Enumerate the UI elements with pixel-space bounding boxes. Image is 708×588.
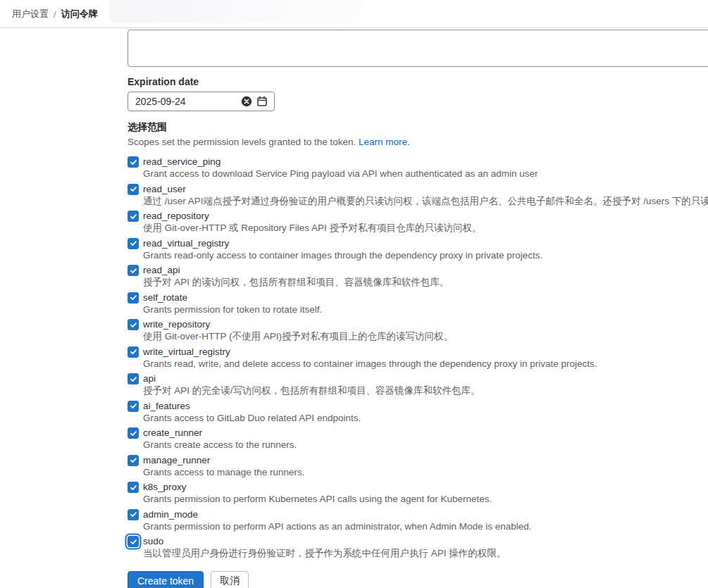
scope-name-label[interactable]: manage_runner: [143, 454, 305, 466]
scope-description: Grants permission for token to rotate it…: [143, 304, 322, 315]
scope-list: read_service_ping Grant access to downlo…: [128, 156, 708, 559]
scope-item-read_user: read_user 通过 /user API端点授予对通过身份验证的用户概要的只…: [128, 183, 708, 207]
scope-name-label[interactable]: write_repository: [143, 318, 453, 330]
scope-checkbox-read_api[interactable]: [128, 265, 139, 276]
scope-name-label[interactable]: read_repository: [143, 210, 482, 222]
scope-description: 授予对 API 的完全读/写访问权，包括所有群组和项目、容器镜像库和软件包库。: [143, 385, 480, 396]
expiration-date-label: Expiration date: [128, 76, 708, 87]
scope-item-k8s_proxy: k8s_proxy Grants permission to perform K…: [128, 481, 708, 505]
scopes-description: Scopes set the permission levels granted…: [128, 137, 708, 148]
scope-name-label[interactable]: sudo: [143, 535, 506, 547]
scope-item-read_service_ping: read_service_ping Grant access to downlo…: [128, 156, 708, 180]
scope-checkbox-create_runner[interactable]: [128, 427, 139, 439]
scope-description: Grants read-only access to container ima…: [143, 250, 542, 261]
scope-description: Grants read, write, and delete access to…: [143, 358, 597, 370]
scope-checkbox-read_user[interactable]: [128, 184, 139, 195]
expiration-date-value: 2025-09-24: [135, 96, 240, 107]
scope-description: Grants permission to perform Kubernetes …: [143, 494, 492, 505]
scope-item-read_repository: read_repository 使用 Git-over-HTTP 或 Repos…: [128, 210, 708, 234]
breadcrumb-current-access-tokens: 访问令牌: [61, 8, 98, 20]
scope-text: create_runner Grants create access to th…: [143, 427, 297, 451]
scope-description: Grant access to download Service Ping pa…: [143, 168, 538, 180]
scope-name-label[interactable]: read_user: [143, 183, 708, 195]
access-token-page: 用户设置 / 访问令牌 Expiration date 2025-09-24: [0, 0, 708, 588]
scope-checkbox-read_repository[interactable]: [128, 211, 139, 222]
scope-text: read_repository 使用 Git-over-HTTP 或 Repos…: [143, 210, 482, 234]
scope-text: read_virtual_registry Grants read-only a…: [143, 237, 542, 261]
scope-item-create_runner: create_runner Grants create access to th…: [128, 427, 708, 451]
scope-description: 使用 Git-over-HTTP 或 Repository Files API …: [143, 223, 482, 234]
scope-item-write_virtual_registry: write_virtual_registry Grants read, writ…: [128, 346, 708, 370]
scope-name-label[interactable]: admin_mode: [143, 508, 532, 520]
scope-description: Grants access to manage the runners.: [143, 467, 305, 478]
scope-name-label[interactable]: write_virtual_registry: [143, 346, 597, 358]
scope-checkbox-ai_features[interactable]: [128, 401, 139, 412]
scope-item-write_repository: write_repository 使用 Git-over-HTTP (不使用 A…: [128, 318, 708, 342]
clear-date-icon[interactable]: [240, 95, 253, 108]
scope-checkbox-write_virtual_registry[interactable]: [128, 346, 139, 358]
breadcrumb: 用户设置 / 访问令牌: [12, 0, 98, 28]
scope-description: 当以管理员用户身份进行身份验证时，授予作为系统中任何用户执行 API 操作的权限…: [143, 548, 506, 559]
create-token-button[interactable]: Create token: [128, 571, 204, 588]
scope-name-label[interactable]: k8s_proxy: [143, 481, 492, 493]
scope-checkbox-api[interactable]: [128, 373, 139, 384]
scope-name-label[interactable]: read_virtual_registry: [143, 237, 542, 249]
cancel-button[interactable]: 取消: [211, 571, 249, 588]
scopes-description-text: Scopes set the permission levels granted…: [128, 137, 359, 147]
scope-checkbox-k8s_proxy[interactable]: [128, 482, 139, 493]
scope-item-read_api: read_api 授予对 API 的读访问权，包括所有群组和项目、容器镜像库和软…: [128, 264, 708, 288]
scope-checkbox-read_virtual_registry[interactable]: [128, 238, 139, 249]
scope-name-label[interactable]: create_runner: [143, 427, 297, 439]
scope-checkbox-self_rotate[interactable]: [128, 292, 139, 304]
scope-name-label[interactable]: read_api: [143, 264, 449, 276]
scope-text: manage_runner Grants access to manage th…: [143, 454, 305, 478]
scope-text: self_rotate Grants permission for token …: [143, 292, 322, 315]
token-description-textarea[interactable]: [128, 30, 708, 67]
scope-text: read_user 通过 /user API端点授予对通过身份验证的用户概要的只…: [143, 183, 708, 207]
scope-name-label[interactable]: read_service_ping: [143, 156, 538, 168]
scope-text: read_service_ping Grant access to downlo…: [143, 156, 538, 180]
scope-text: admin_mode Grants permission to perform …: [143, 508, 532, 532]
token-form: Expiration date 2025-09-24 选择范围 Scopes s…: [128, 30, 708, 588]
scope-description: Grants access to GitLab Duo related API …: [143, 413, 361, 424]
scope-checkbox-write_repository[interactable]: [128, 319, 139, 330]
scope-item-sudo: sudo 当以管理员用户身份进行身份验证时，授予作为系统中任何用户执行 API …: [128, 535, 708, 559]
scope-description: Grants permission to perform API actions…: [143, 521, 532, 532]
scope-description: Grants create access to the runners.: [143, 439, 297, 451]
calendar-icon[interactable]: [256, 95, 268, 108]
scope-checkbox-read_service_ping[interactable]: [128, 156, 139, 168]
scope-description: 授予对 API 的读访问权，包括所有群组和项目、容器镜像库和软件包库。: [143, 277, 449, 288]
scope-description: 使用 Git-over-HTTP (不使用 API)授予对私有项目上的仓库的读写…: [143, 331, 453, 342]
scope-name-label[interactable]: self_rotate: [143, 292, 322, 304]
scope-checkbox-manage_runner[interactable]: [128, 455, 139, 466]
scope-description: 通过 /user API端点授予对通过身份验证的用户概要的只读访问权，该端点包括…: [143, 196, 708, 207]
ghost-scrolled-content: [109, 0, 363, 23]
scope-item-admin_mode: admin_mode Grants permission to perform …: [128, 508, 708, 532]
scope-text: sudo 当以管理员用户身份进行身份验证时，授予作为系统中任何用户执行 API …: [143, 535, 506, 559]
scope-checkbox-admin_mode[interactable]: [128, 509, 139, 520]
scope-text: ai_features Grants access to GitLab Duo …: [143, 400, 361, 424]
scope-text: write_virtual_registry Grants read, writ…: [143, 346, 597, 370]
scope-checkbox-sudo[interactable]: [128, 536, 139, 547]
scope-name-label[interactable]: ai_features: [143, 400, 361, 412]
scope-item-ai_features: ai_features Grants access to GitLab Duo …: [128, 400, 708, 424]
select-scopes-heading: 选择范围: [128, 121, 708, 132]
breadcrumb-bar: 用户设置 / 访问令牌: [0, 0, 708, 28]
breadcrumb-separator: /: [54, 9, 56, 20]
scope-name-label[interactable]: api: [143, 373, 480, 384]
scope-item-self_rotate: self_rotate Grants permission for token …: [128, 292, 708, 315]
scope-text: read_api 授予对 API 的读访问权，包括所有群组和项目、容器镜像库和软…: [143, 264, 449, 288]
scope-text: api 授予对 API 的完全读/写访问权，包括所有群组和项目、容器镜像库和软件…: [143, 373, 480, 396]
form-actions: Create token 取消: [128, 571, 708, 588]
scope-text: k8s_proxy Grants permission to perform K…: [143, 481, 492, 505]
expiration-date-input[interactable]: 2025-09-24: [128, 92, 275, 111]
scope-text: write_repository 使用 Git-over-HTTP (不使用 A…: [143, 318, 453, 342]
scope-item-manage_runner: manage_runner Grants access to manage th…: [128, 454, 708, 478]
scope-item-read_virtual_registry: read_virtual_registry Grants read-only a…: [128, 237, 708, 261]
learn-more-link[interactable]: Learn more.: [359, 137, 410, 147]
breadcrumb-user-settings-link[interactable]: 用户设置: [12, 8, 49, 20]
scope-item-api: api 授予对 API 的完全读/写访问权，包括所有群组和项目、容器镜像库和软件…: [128, 373, 708, 396]
